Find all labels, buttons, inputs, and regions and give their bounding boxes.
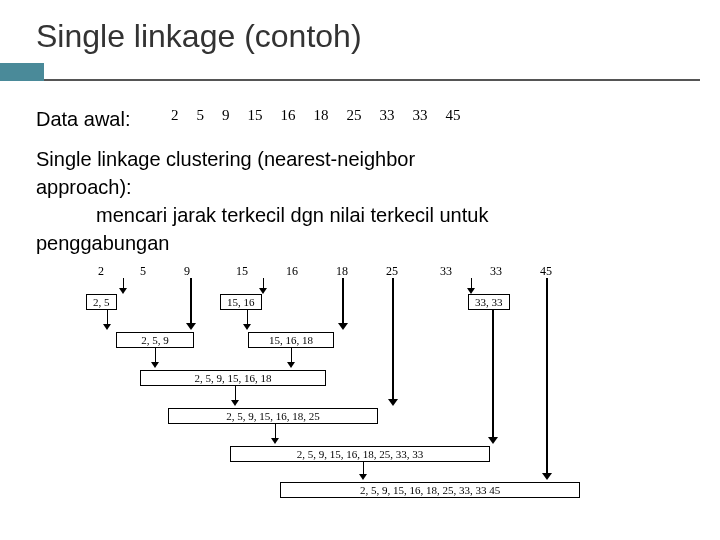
arrow-icon [466, 278, 476, 294]
top-val-3: 15 [236, 264, 248, 279]
dv-8: 33 [413, 105, 428, 126]
top-val-2: 9 [184, 264, 190, 279]
arrow-icon [270, 424, 280, 444]
top-val-7: 33 [440, 264, 452, 279]
arrow-icon [388, 278, 398, 406]
desc-line-2: approach): [36, 173, 684, 201]
top-val-5: 18 [336, 264, 348, 279]
cluster-box: 15, 16, 18 [248, 332, 334, 348]
accent-box [0, 63, 44, 81]
description-paragraph: Single linkage clustering (nearest-neigh… [36, 145, 684, 257]
underline-bar [44, 63, 700, 81]
content-area: Data awal: 2 5 9 15 16 18 25 33 33 45 Si… [0, 105, 720, 257]
dv-5: 18 [314, 105, 329, 126]
dendrogram: 2 5 9 15 16 18 25 33 33 45 2, 5 15, 16 3… [90, 260, 670, 530]
cluster-box: 15, 16 [220, 294, 262, 310]
top-val-6: 25 [386, 264, 398, 279]
arrow-icon [150, 348, 160, 368]
top-val-9: 45 [540, 264, 552, 279]
cluster-box: 33, 33 [468, 294, 510, 310]
dv-1: 5 [197, 105, 205, 126]
dv-4: 16 [281, 105, 296, 126]
dv-7: 33 [380, 105, 395, 126]
top-val-4: 16 [286, 264, 298, 279]
cluster-box: 2, 5, 9, 15, 16, 18 [140, 370, 326, 386]
dv-3: 15 [248, 105, 263, 126]
arrow-icon [118, 278, 128, 294]
arrow-icon [186, 278, 196, 330]
data-awal-label: Data awal: [36, 108, 131, 130]
top-val-1: 5 [140, 264, 146, 279]
top-val-8: 33 [490, 264, 502, 279]
cluster-box: 2, 5, 9, 15, 16, 18, 25 [168, 408, 378, 424]
arrow-icon [488, 310, 498, 444]
data-awal-row: Data awal: 2 5 9 15 16 18 25 33 33 45 [36, 105, 684, 133]
dv-9: 45 [446, 105, 461, 126]
arrow-icon [338, 278, 348, 330]
title-underline [0, 63, 720, 81]
desc-line-1: Single linkage clustering (nearest-neigh… [36, 145, 684, 173]
dv-6: 25 [347, 105, 362, 126]
arrow-icon [358, 462, 368, 480]
dv-2: 9 [222, 105, 230, 126]
slide-title: Single linkage (contoh) [0, 0, 720, 63]
data-awal-values: 2 5 9 15 16 18 25 33 33 45 [171, 105, 461, 126]
dv-0: 2 [171, 105, 179, 126]
desc-line-4: penggabungan [36, 229, 684, 257]
cluster-box: 2, 5 [86, 294, 117, 310]
top-val-0: 2 [98, 264, 104, 279]
cluster-box: 2, 5, 9 [116, 332, 194, 348]
arrow-icon [542, 278, 552, 480]
cluster-box: 2, 5, 9, 15, 16, 18, 25, 33, 33 [230, 446, 490, 462]
arrow-icon [258, 278, 268, 294]
arrow-icon [230, 386, 240, 406]
arrow-icon [242, 310, 252, 330]
cluster-box: 2, 5, 9, 15, 16, 18, 25, 33, 33 45 [280, 482, 580, 498]
arrow-icon [102, 310, 112, 330]
desc-line-3: mencari jarak terkecil dgn nilai terkeci… [36, 201, 684, 229]
arrow-icon [286, 348, 296, 368]
